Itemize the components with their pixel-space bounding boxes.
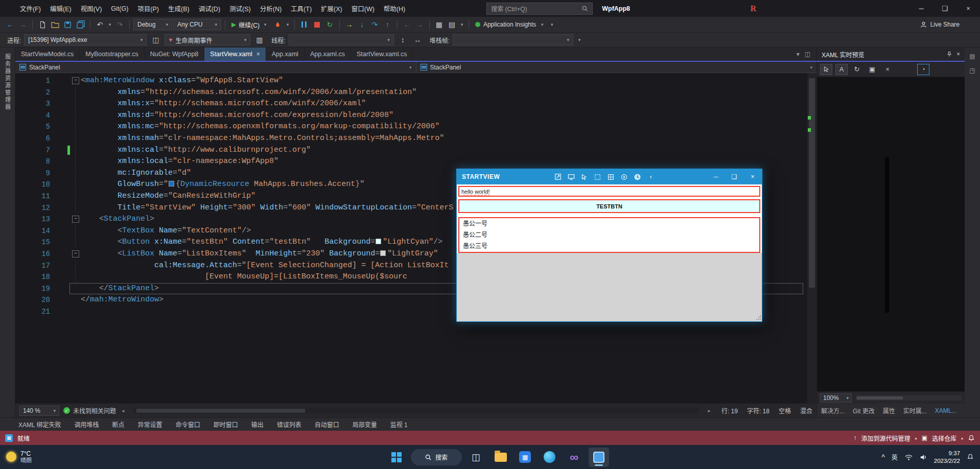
- menu-item[interactable]: Git(G): [106, 0, 133, 17]
- panel-dock-tab[interactable]: 实时属...: [903, 406, 927, 415]
- app-titlebar[interactable]: STARTVIEW ‹ ─ ❑ ×: [457, 169, 762, 184]
- taskbar-search[interactable]: 搜索: [411, 449, 462, 465]
- scroll-left-icon[interactable]: ◂: [120, 405, 126, 416]
- fold-collapse-icon[interactable]: [71, 214, 81, 225]
- panel-dock-tab[interactable]: XAML...: [935, 407, 957, 414]
- listbox-item[interactable]: 愚公二号: [459, 229, 759, 241]
- panel-close-icon[interactable]: ×: [956, 51, 960, 58]
- bottom-dock-tab[interactable]: 输出: [251, 420, 264, 429]
- edge-button[interactable]: [540, 448, 560, 467]
- ime-indicator[interactable]: 英: [892, 453, 898, 461]
- add-to-source-control-button[interactable]: 添加到源代码管理: [861, 434, 911, 442]
- navigate-forward-icon[interactable]: →: [17, 19, 29, 31]
- hidden-icons-chevron-icon[interactable]: ^: [881, 453, 885, 461]
- menu-item[interactable]: 项目(P): [133, 0, 164, 17]
- thread-select[interactable]: ▾: [289, 34, 394, 45]
- process-details-icon[interactable]: ◫: [150, 34, 161, 46]
- toolbar-overflow-icon[interactable]: ▾: [549, 19, 555, 31]
- start-button[interactable]: [386, 448, 407, 467]
- menu-item[interactable]: 编辑(E): [45, 0, 76, 17]
- bottom-dock-tab[interactable]: 调用堆栈: [75, 420, 99, 429]
- menu-item[interactable]: 生成(B): [164, 0, 194, 17]
- code-line[interactable]: 7 xmlns:cal="http://www.caliburnproject.…: [15, 145, 816, 156]
- visual-studio-button[interactable]: ∞: [564, 448, 585, 467]
- file-explorer-button[interactable]: [491, 448, 511, 467]
- step-out-icon[interactable]: ↑: [382, 19, 393, 31]
- bottom-dock-tab[interactable]: 命令窗口: [176, 420, 200, 429]
- notifications-bell-icon[interactable]: [968, 434, 975, 442]
- pin-icon[interactable]: [946, 51, 952, 57]
- continue-button[interactable]: ▶ 继续(C) ▾: [229, 19, 271, 31]
- menu-item[interactable]: 文件(F): [15, 0, 45, 17]
- code-line[interactable]: 4 xmlns:d="http://schemas.microsoft.com/…: [15, 110, 816, 122]
- minimize-button[interactable]: ─: [909, 0, 933, 17]
- threads-flag-icon[interactable]: ▥: [253, 34, 265, 46]
- select-element-icon[interactable]: [820, 64, 832, 75]
- app-minimize-button[interactable]: ─: [707, 169, 725, 184]
- menu-item[interactable]: 测试(S): [225, 0, 255, 17]
- server-explorer-vertical-tab[interactable]: 服务器资源管理器: [4, 54, 12, 417]
- undo-icon[interactable]: ↶: [94, 19, 106, 31]
- bottom-dock-tab[interactable]: 异常设置: [138, 420, 162, 429]
- bottom-dock-tab[interactable]: 监视 1: [390, 420, 408, 429]
- code-line[interactable]: 3 xmlns:x="http://schemas.microsoft.com/…: [15, 98, 816, 110]
- clear-icon[interactable]: ×: [881, 64, 894, 75]
- background-task-icon[interactable]: ▦: [5, 434, 13, 442]
- menu-item[interactable]: 视图(V): [76, 0, 107, 17]
- doc-tab[interactable]: NuGet: WpfApp8: [145, 48, 205, 61]
- microsoft-store-button[interactable]: ▦: [515, 448, 535, 467]
- redo-icon[interactable]: ↷: [114, 19, 126, 31]
- running-app-button[interactable]: [589, 448, 609, 467]
- listbox-item[interactable]: 愚公一号: [459, 218, 759, 229]
- wifi-icon[interactable]: [904, 454, 913, 461]
- editor-zoom-select[interactable]: 140 % ▾: [19, 406, 59, 416]
- undo-dropdown-icon[interactable]: ▾: [107, 19, 113, 31]
- history-back-icon[interactable]: ←: [401, 19, 413, 31]
- step-into-icon[interactable]: ↓: [356, 19, 368, 31]
- select-repository-button[interactable]: 选择仓库: [932, 434, 956, 442]
- panel-dock-tab[interactable]: 解决方...: [821, 406, 845, 415]
- doc-tab[interactable]: App.xaml.cs: [305, 48, 351, 61]
- notification-bell-icon[interactable]: [967, 453, 974, 461]
- bottom-dock-tab[interactable]: 自动窗口: [315, 420, 339, 429]
- resize-grip[interactable]: [756, 315, 761, 320]
- dock-window-icon[interactable]: ◳: [969, 67, 975, 74]
- app-maximize-button[interactable]: ❑: [725, 169, 743, 184]
- dock-target-icon[interactable]: ▤: [969, 53, 975, 60]
- go-to-live-visual-tree-icon[interactable]: [553, 173, 562, 181]
- display-adorners-icon[interactable]: [593, 173, 602, 181]
- volume-icon[interactable]: [920, 454, 927, 461]
- hot-reload-status-icon[interactable]: [633, 173, 642, 181]
- tab-close-icon[interactable]: ×: [256, 51, 260, 58]
- listbox-item[interactable]: 愚公三号: [459, 241, 759, 252]
- menu-item[interactable]: 帮助(H): [379, 0, 410, 17]
- listbox-ListBoxItems[interactable]: 愚公一号愚公二号愚公三号: [458, 217, 760, 253]
- code-line[interactable]: 5 xmlns:mc="http://schemas.openxmlformat…: [15, 121, 816, 133]
- bottom-dock-tab[interactable]: 断点: [112, 420, 125, 429]
- stop-debugging-icon[interactable]: [311, 19, 323, 31]
- fold-collapse-icon[interactable]: [71, 75, 81, 87]
- bottom-dock-tab[interactable]: 错误列表: [277, 420, 301, 429]
- code-line[interactable]: 8 xmlns:local="clr-namespace:WpfApp8": [15, 156, 816, 168]
- fold-collapse-icon[interactable]: [71, 248, 81, 260]
- save-icon[interactable]: [62, 19, 74, 31]
- code-line[interactable]: 6 xmlns:mah="clr-namespace:MahApps.Metro…: [15, 133, 816, 145]
- r-extension-icon[interactable]: R: [750, 4, 756, 13]
- editor-vertical-scrollbar[interactable]: [807, 73, 816, 403]
- weather-widget[interactable]: 7°C 晴朗: [6, 450, 113, 464]
- editor-horizontal-scrollbar[interactable]: [133, 408, 699, 414]
- new-file-icon[interactable]: [36, 19, 48, 31]
- open-folder-icon[interactable]: [49, 19, 61, 31]
- diagnostics-icon[interactable]: ▦: [433, 19, 445, 31]
- toolbar-overflow-icon[interactable]: ▾: [576, 34, 582, 46]
- doc-tab[interactable]: StartView.xaml.cs: [351, 48, 413, 61]
- lifecycle-events-button[interactable]: ♥ 生命周期事件 ▾: [165, 34, 250, 45]
- menu-item[interactable]: 工具(T): [286, 0, 316, 17]
- restart-icon[interactable]: ↻: [324, 19, 336, 31]
- doc-tab[interactable]: StartView.xaml×: [204, 48, 266, 61]
- live-share-button[interactable]: Live Share: [920, 21, 960, 29]
- watch-icon[interactable]: ▤: [446, 19, 458, 31]
- menu-item[interactable]: 窗口(W): [347, 0, 379, 17]
- solution-configuration-select[interactable]: Debug▾: [133, 19, 172, 30]
- hot-reload-dropdown-icon[interactable]: ▾: [285, 19, 291, 31]
